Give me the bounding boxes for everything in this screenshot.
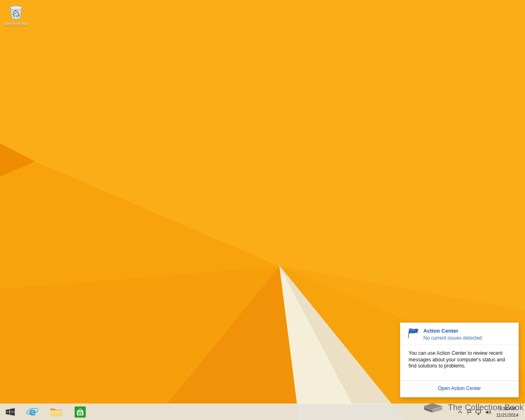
action-center-tray-button[interactable]: [465, 404, 474, 420]
speaker-icon: [485, 409, 491, 415]
open-action-center-link[interactable]: Open Action Center: [438, 386, 481, 391]
system-tray: 9:34 AM 11/21/2014: [455, 404, 525, 420]
recycle-bin-icon: [7, 3, 25, 21]
action-center-footer: Open Action Center: [400, 380, 518, 397]
taskbar-clock[interactable]: 9:34 AM 11/21/2014: [493, 406, 522, 418]
clock-time: 9:34 AM: [496, 406, 518, 412]
volume-tray-button[interactable]: [484, 404, 493, 420]
clock-date: 11/21/2014: [496, 412, 518, 418]
action-center-header-text: Action Center No current issues detected: [423, 328, 482, 341]
action-center-header: Action Center No current issues detected: [400, 323, 518, 345]
desktop-icon-label: Recycle Bin: [4, 21, 28, 27]
show-hidden-icons-button[interactable]: [455, 404, 465, 420]
taskbar-file-explorer-button[interactable]: [44, 404, 68, 420]
windows-logo-icon: [5, 408, 15, 416]
network-icon: [475, 409, 482, 415]
start-button[interactable]: [0, 404, 21, 420]
chevron-up-icon: [457, 410, 463, 415]
flag-icon: [407, 328, 419, 339]
taskbar-internet-explorer-button[interactable]: e: [21, 404, 44, 420]
file-explorer-icon: [50, 407, 62, 417]
action-center-title: Action Center: [423, 328, 482, 334]
desktop: Recycle Bin Action Center No current iss…: [0, 0, 525, 420]
taskbar: e: [0, 404, 525, 420]
internet-explorer-icon: e: [26, 406, 39, 418]
action-center-status: No current issues detected: [423, 335, 482, 341]
desktop-icon-recycle-bin[interactable]: Recycle Bin: [2, 3, 30, 27]
action-center-body: You can use Action Center to review rece…: [400, 345, 518, 380]
store-icon: [75, 406, 86, 418]
action-center-popup: Action Center No current issues detected…: [400, 322, 519, 397]
flag-tray-icon: [466, 409, 472, 415]
taskbar-store-button[interactable]: [68, 404, 92, 420]
network-tray-button[interactable]: [474, 404, 484, 420]
